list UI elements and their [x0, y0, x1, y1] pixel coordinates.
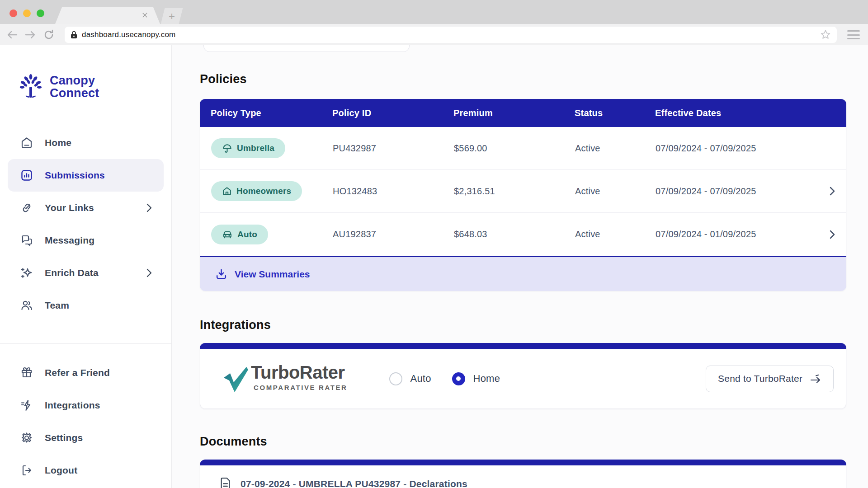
col-premium: Premium — [453, 108, 575, 118]
sidebar-item-label: Submissions — [45, 170, 105, 181]
premium-cell: $569.00 — [454, 143, 575, 154]
bookmark-star-icon[interactable] — [820, 29, 831, 41]
gift-icon — [20, 366, 33, 379]
integration-card: TurboRater COMPARATIVE RATER Auto Home — [200, 343, 846, 409]
back-button[interactable] — [6, 30, 18, 40]
umbrella-icon — [222, 143, 232, 154]
messaging-icon — [20, 234, 33, 247]
send-to-turborater-button[interactable]: Send to TurboRater — [706, 366, 834, 392]
send-arrow-icon — [810, 374, 821, 384]
effective-dates-cell: 07/09/2024 - 07/09/2025 — [656, 186, 819, 197]
policies-table: Policy Type Policy ID Premium Status Eff… — [200, 99, 846, 291]
turborater-check-icon — [221, 362, 250, 395]
chevron-right-icon — [146, 268, 152, 278]
document-row[interactable]: 07-09-2024 - UMBRELLA PU432987 - Declara… — [200, 465, 846, 488]
sparkles-icon — [20, 267, 33, 279]
view-summaries-row[interactable]: View Summaries — [200, 256, 846, 291]
documents-card: 07-09-2024 - UMBRELLA PU432987 - Declara… — [200, 460, 846, 488]
url-bar[interactable]: dashboard.usecanopy.com — [65, 27, 837, 43]
radio-circle-icon[interactable] — [389, 372, 402, 385]
plus-icon: + — [169, 10, 175, 23]
team-icon — [20, 299, 33, 312]
browser-titlebar: + — [0, 0, 868, 24]
col-policy-type: Policy Type — [211, 108, 332, 118]
close-window-button[interactable] — [9, 9, 17, 17]
gear-icon — [20, 432, 33, 444]
reload-button[interactable] — [43, 29, 54, 40]
sidebar-nav: Home Submissions Your Links Messaging En… — [0, 127, 171, 322]
sidebar-item-home[interactable]: Home — [0, 127, 171, 159]
policies-heading: Policies — [200, 72, 846, 86]
sidebar-item-your-links[interactable]: Your Links — [0, 192, 171, 224]
policies-table-header: Policy Type Policy ID Premium Status Eff… — [200, 99, 846, 127]
sidebar-item-label: Your Links — [45, 202, 94, 213]
link-icon — [20, 202, 33, 214]
zap-icon — [20, 399, 33, 412]
maximize-window-button[interactable] — [37, 9, 44, 17]
logout-icon — [20, 464, 33, 477]
sidebar-item-label: Home — [45, 137, 71, 148]
minimize-window-button[interactable] — [23, 9, 31, 17]
col-policy-id: Policy ID — [332, 108, 453, 118]
card-accent-bar — [200, 460, 846, 465]
col-effective-dates: Effective Dates — [655, 108, 819, 118]
policy-type-badge: Homeowners — [211, 181, 302, 201]
browser-menu-icon[interactable] — [847, 30, 860, 39]
policy-id-cell: AU192837 — [333, 229, 454, 239]
turborater-tagline: COMPARATIVE RATER — [254, 384, 348, 391]
status-cell: Active — [575, 186, 656, 197]
sidebar-item-logout[interactable]: Logout — [0, 454, 171, 487]
file-icon — [219, 477, 231, 488]
chevron-right-icon — [146, 203, 152, 213]
browser-tab[interactable] — [55, 7, 160, 24]
sidebar-item-settings[interactable]: Settings — [0, 422, 171, 454]
radio-home[interactable]: Home — [452, 372, 500, 385]
chevron-right-icon[interactable] — [829, 186, 835, 197]
submissions-icon — [20, 169, 33, 182]
sidebar-item-submissions[interactable]: Submissions — [8, 159, 164, 192]
download-icon — [215, 268, 227, 280]
premium-cell: $2,316.51 — [454, 186, 575, 197]
premium-cell: $648.03 — [454, 229, 575, 239]
logo-wordmark: Canopy Connect — [50, 74, 99, 99]
sidebar-item-label: Settings — [45, 432, 83, 443]
view-summaries-link[interactable]: View Summaries — [235, 269, 310, 280]
policy-id-cell: HO132483 — [333, 186, 454, 197]
table-row-homeowners[interactable]: Homeowners HO132483 $2,316.51 Active 07/… — [200, 170, 846, 213]
table-row-umbrella[interactable]: Umbrella PU432987 $569.00 Active 07/09/2… — [200, 127, 846, 170]
status-cell: Active — [575, 229, 656, 239]
canopy-tree-icon — [18, 73, 43, 100]
document-name: 07-09-2024 - UMBRELLA PU432987 - Declara… — [241, 479, 467, 488]
sidebar-item-label: Logout — [45, 465, 77, 476]
lock-icon — [70, 31, 78, 39]
documents-heading: Documents — [200, 435, 846, 449]
chevron-right-icon[interactable] — [829, 229, 835, 240]
radio-auto[interactable]: Auto — [389, 372, 431, 385]
policy-id-cell: PU432987 — [333, 143, 454, 154]
policy-select-radios: Auto Home — [389, 372, 500, 385]
scrolled-card-edge — [203, 45, 410, 52]
radio-circle-icon[interactable] — [452, 372, 465, 385]
effective-dates-cell: 07/09/2024 - 07/09/2025 — [656, 143, 819, 154]
policy-type-badge: Auto — [211, 225, 268, 244]
table-row-auto[interactable]: Auto AU192837 $648.03 Active 07/09/2024 … — [200, 213, 846, 256]
new-tab-button[interactable]: + — [161, 8, 183, 24]
sidebar-item-refer-a-friend[interactable]: Refer a Friend — [0, 357, 171, 389]
sidebar-footer-nav: Refer a Friend Integrations Settings Log… — [0, 357, 171, 487]
sidebar-item-integrations[interactable]: Integrations — [0, 389, 171, 422]
url-text: dashboard.usecanopy.com — [82, 30, 175, 39]
tab-close-icon[interactable] — [142, 12, 148, 19]
turborater-name: TurboRater — [251, 362, 348, 383]
browser-toolbar: dashboard.usecanopy.com — [0, 24, 868, 45]
col-status: Status — [575, 108, 655, 118]
sidebar: Canopy Connect Home Submissions Your Lin… — [0, 45, 172, 488]
canopy-connect-logo[interactable]: Canopy Connect — [18, 73, 171, 100]
sidebar-item-label: Integrations — [45, 400, 100, 411]
policy-type-badge: Umbrella — [211, 138, 285, 158]
sidebar-item-messaging[interactable]: Messaging — [0, 224, 171, 257]
sidebar-item-enrich-data[interactable]: Enrich Data — [0, 257, 171, 289]
house-icon — [222, 186, 232, 196]
forward-button[interactable] — [24, 30, 36, 40]
integrations-heading: Integrations — [200, 318, 846, 332]
sidebar-item-team[interactable]: Team — [0, 289, 171, 322]
